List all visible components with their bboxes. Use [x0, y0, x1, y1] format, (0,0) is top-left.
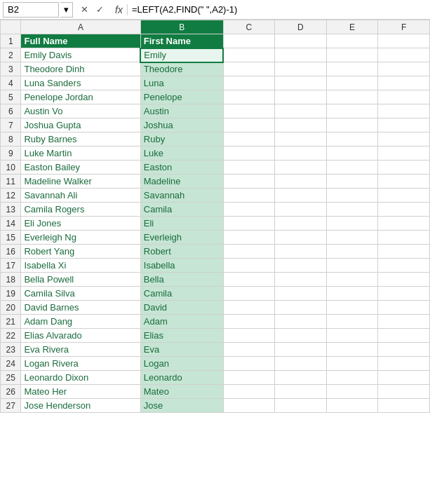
cell-b9[interactable]: Luke: [140, 147, 223, 161]
cell-c5[interactable]: [223, 90, 275, 104]
cell-e23[interactable]: [326, 343, 378, 357]
cell-e8[interactable]: [326, 132, 378, 147]
cell-e7[interactable]: [326, 118, 378, 132]
cell-a11[interactable]: Madeline Walker: [21, 175, 140, 189]
cell-c15[interactable]: [223, 231, 275, 245]
cell-e2[interactable]: [326, 48, 378, 62]
cell-b14[interactable]: Eli: [140, 217, 223, 231]
cell-f19[interactable]: [378, 287, 430, 301]
cell-c6[interactable]: [223, 104, 275, 118]
cell-e3[interactable]: [326, 62, 378, 76]
cell-d27[interactable]: [275, 399, 327, 413]
cell-e14[interactable]: [326, 217, 378, 231]
cell-d12[interactable]: [275, 189, 327, 203]
cell-b11[interactable]: Madeline: [140, 175, 223, 189]
cell-a13[interactable]: Camila Rogers: [21, 203, 140, 217]
cell-a10[interactable]: Easton Bailey: [21, 161, 140, 175]
cell-a16[interactable]: Robert Yang: [21, 245, 140, 259]
cell-f10[interactable]: [378, 161, 430, 175]
cell-b26[interactable]: Mateo: [140, 385, 223, 399]
cell-d22[interactable]: [275, 329, 327, 343]
cell-a6[interactable]: Austin Vo: [21, 104, 140, 118]
cell-a5[interactable]: Penelope Jordan: [21, 90, 140, 104]
cell-d13[interactable]: [275, 203, 327, 217]
cell-a26[interactable]: Mateo Her: [21, 385, 140, 399]
cell-f1[interactable]: [378, 34, 430, 48]
col-header-c[interactable]: C: [223, 20, 275, 34]
cell-a21[interactable]: Adam Dang: [21, 315, 140, 329]
cell-a15[interactable]: Everleigh Ng: [21, 231, 140, 245]
cell-a23[interactable]: Eva Rivera: [21, 343, 140, 357]
cell-d11[interactable]: [275, 175, 327, 189]
cell-a19[interactable]: Camila Silva: [21, 287, 140, 301]
cell-e9[interactable]: [326, 147, 378, 161]
cell-c20[interactable]: [223, 301, 275, 315]
cell-b24[interactable]: Logan: [140, 357, 223, 371]
formula-input[interactable]: [132, 2, 427, 18]
cell-f4[interactable]: [378, 76, 430, 90]
cell-b16[interactable]: Robert: [140, 245, 223, 259]
cell-f17[interactable]: [378, 259, 430, 273]
cell-a27[interactable]: Jose Henderson: [21, 399, 140, 413]
cell-c8[interactable]: [223, 132, 275, 147]
cell-d14[interactable]: [275, 217, 327, 231]
col-header-a[interactable]: A: [21, 20, 140, 34]
cell-d17[interactable]: [275, 259, 327, 273]
cell-ref-dropdown[interactable]: ▾: [60, 2, 73, 18]
cell-d8[interactable]: [275, 132, 327, 147]
cell-b10[interactable]: Easton: [140, 161, 223, 175]
cell-b6[interactable]: Austin: [140, 104, 223, 118]
cell-d20[interactable]: [275, 301, 327, 315]
cell-c19[interactable]: [223, 287, 275, 301]
cell-b21[interactable]: Adam: [140, 315, 223, 329]
cell-d26[interactable]: [275, 385, 327, 399]
cell-d21[interactable]: [275, 315, 327, 329]
col-header-f[interactable]: F: [378, 20, 430, 34]
cell-d5[interactable]: [275, 90, 327, 104]
cell-e6[interactable]: [326, 104, 378, 118]
cell-b17[interactable]: Isabella: [140, 259, 223, 273]
cell-c22[interactable]: [223, 329, 275, 343]
cell-d18[interactable]: [275, 273, 327, 287]
cell-a4[interactable]: Luna Sanders: [21, 76, 140, 90]
cell-f5[interactable]: [378, 90, 430, 104]
col-header-e[interactable]: E: [326, 20, 378, 34]
cell-c26[interactable]: [223, 385, 275, 399]
cell-c24[interactable]: [223, 357, 275, 371]
cell-b2[interactable]: Emily: [140, 48, 223, 62]
cell-b7[interactable]: Joshua: [140, 118, 223, 132]
cell-c25[interactable]: [223, 371, 275, 385]
cell-f7[interactable]: [378, 118, 430, 132]
cell-d19[interactable]: [275, 287, 327, 301]
cell-e15[interactable]: [326, 231, 378, 245]
cell-a25[interactable]: Leonardo Dixon: [21, 371, 140, 385]
cell-f14[interactable]: [378, 217, 430, 231]
cell-a14[interactable]: Eli Jones: [21, 217, 140, 231]
cell-d15[interactable]: [275, 231, 327, 245]
cell-b5[interactable]: Penelope: [140, 90, 223, 104]
cell-c16[interactable]: [223, 245, 275, 259]
cell-f25[interactable]: [378, 371, 430, 385]
cell-b4[interactable]: Luna: [140, 76, 223, 90]
confirm-formula-button[interactable]: ✓: [93, 2, 107, 18]
cell-d10[interactable]: [275, 161, 327, 175]
cell-f16[interactable]: [378, 245, 430, 259]
cell-a22[interactable]: Elias Alvarado: [21, 329, 140, 343]
cell-b22[interactable]: Elias: [140, 329, 223, 343]
cell-c12[interactable]: [223, 189, 275, 203]
cell-a1[interactable]: Full Name: [21, 34, 140, 48]
cell-a8[interactable]: Ruby Barnes: [21, 132, 140, 147]
cell-e20[interactable]: [326, 301, 378, 315]
cell-c18[interactable]: [223, 273, 275, 287]
cell-f27[interactable]: [378, 399, 430, 413]
cell-c17[interactable]: [223, 259, 275, 273]
cell-b19[interactable]: Camila: [140, 287, 223, 301]
cell-e5[interactable]: [326, 90, 378, 104]
cell-e16[interactable]: [326, 245, 378, 259]
cell-d7[interactable]: [275, 118, 327, 132]
cell-c2[interactable]: [223, 48, 275, 62]
cell-d24[interactable]: [275, 357, 327, 371]
cell-a17[interactable]: Isabella Xi: [21, 259, 140, 273]
cell-c10[interactable]: [223, 161, 275, 175]
col-header-b[interactable]: B: [140, 20, 223, 34]
